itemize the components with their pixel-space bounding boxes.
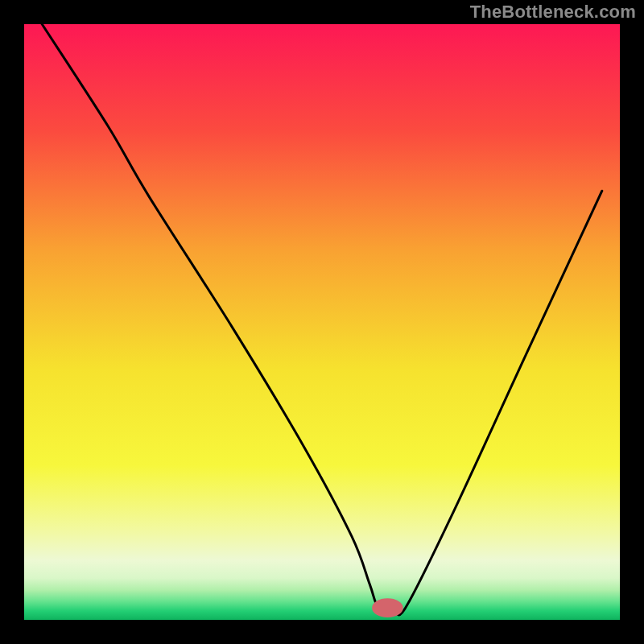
bottleneck-chart [0, 0, 644, 644]
gradient-background [24, 24, 620, 620]
watermark-text: TheBottleneck.com [470, 2, 636, 23]
optimal-marker [372, 598, 402, 617]
chart-frame: TheBottleneck.com [0, 0, 644, 644]
